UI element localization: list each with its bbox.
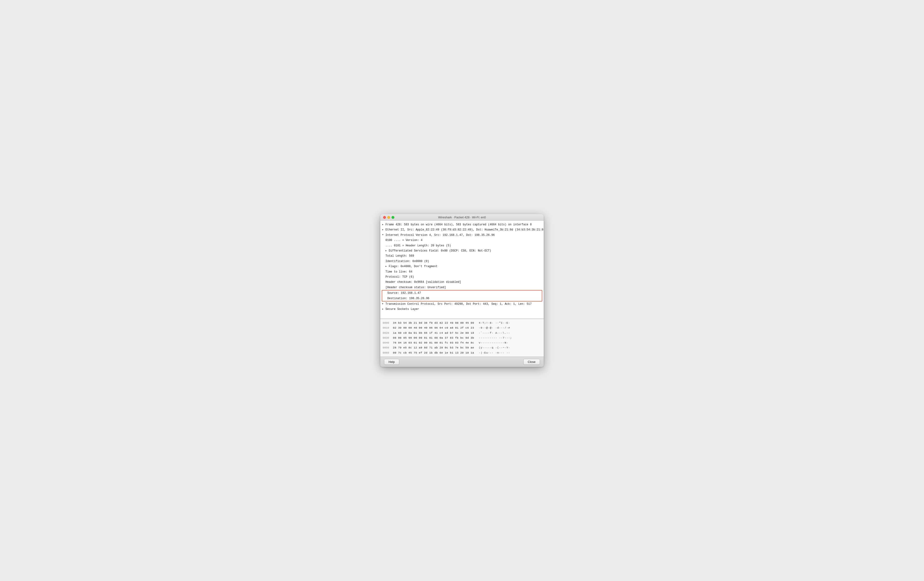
arrow-ssl: ▶ <box>382 308 386 311</box>
help-button[interactable]: Help <box>384 359 399 365</box>
hex-row-0000: 0000 34 b3 54 3b 21 8d 38 f9 d3 82 22 49… <box>383 320 541 325</box>
hex-ascii-0050: (y·····q ·(··~·Y· <box>479 345 510 350</box>
tree-text-ip-checksum: Header checksum: 0x9664 [validation disa… <box>386 280 461 284</box>
tree-text-ip-dst: Destination: 198.35.26.96 <box>387 297 429 300</box>
tree-row-ip-checksum-status[interactable]: [Header checksum status: Unverified] <box>380 285 544 290</box>
tree-text-tcp: Transmission Control Protocol, Src Port:… <box>386 302 532 306</box>
tree-text-frame: Frame 428: 583 bytes on wire (4664 bits)… <box>386 222 532 227</box>
hex-offset-0060: 0060 <box>383 350 391 355</box>
tree-text-ip-flags: Flags: 0x4000, Don't fragment <box>389 264 437 269</box>
hex-ascii-0040: v·············N· <box>479 340 508 345</box>
hex-row-0010: 0010 02 39 00 00 40 00 40 06 96 64 c0 a8… <box>383 325 541 330</box>
traffic-lights <box>383 216 394 219</box>
window-title: Wireshark · Packet 428 · Wi-Fi: en0 <box>438 215 486 219</box>
tree-row-ip[interactable]: ▼ Internet Protocol Version 4, Src: 192.… <box>380 233 544 238</box>
wireshark-window: Wireshark · Packet 428 · Wi-Fi: en0 ▶ Fr… <box>380 214 544 367</box>
tree-row-ip-dsfield[interactable]: ▶ Differentiated Services Field: 0x00 (D… <box>380 248 544 253</box>
hex-ascii-0010: ·9··@·@· ·d···/·# <box>479 325 510 330</box>
hex-bytes-0030: 08 08 85 99 00 00 01 01 08 0a 37 83 fb b… <box>393 335 474 340</box>
hex-row-0050: 0050 28 79 e5 8c 12 a9 8d 71 ab 28 0c b3… <box>383 345 541 350</box>
tree-text-ip-checksum-status: [Header checksum status: Unverified] <box>386 286 446 289</box>
footer-bar: Help Close <box>380 357 544 367</box>
hex-dump-panel[interactable]: 0000 34 b3 54 3b 21 8d 38 f9 d3 82 22 49… <box>380 319 544 357</box>
tree-row-ip-checksum[interactable]: Header checksum: 0x9664 [validation disa… <box>380 280 544 285</box>
hex-row-0030: 0030 08 08 85 99 00 00 01 01 08 0a 37 83… <box>383 335 541 340</box>
hex-row-0040: 0040 76 84 16 03 01 02 00 01 00 01 fc 03… <box>383 340 541 345</box>
hex-row-0020: 0020 1a 60 c0 8a 01 bb 66 1f 41 c4 ad b7… <box>383 330 541 335</box>
hex-offset-0010: 0010 <box>383 325 391 330</box>
hex-ascii-0030: ·········· ··7···; <box>479 335 512 340</box>
tree-row-ssl[interactable]: ▶ Secure Sockets Layer <box>380 306 544 312</box>
hex-bytes-0010: 02 39 00 00 40 00 40 06 96 64 c0 a8 01 2… <box>393 325 474 330</box>
hex-bytes-0040: 76 84 16 03 01 02 00 01 00 01 fc 03 03 f… <box>393 340 474 345</box>
tree-row-ip-dst[interactable]: Destination: 198.35.26.96 <box>382 296 542 301</box>
hex-ascii-0000: 4·T;!·8· ··"I··E· <box>479 320 510 325</box>
tree-text-ip-totallen: Total Length: 569 <box>386 254 414 258</box>
tree-row-tcp[interactable]: ▶ Transmission Control Protocol, Src Por… <box>380 301 544 306</box>
tree-row-ip-src[interactable]: Source: 192.168.1.47 <box>382 290 542 296</box>
arrow-tcp: ▶ <box>382 302 386 306</box>
tree-row-ip-proto[interactable]: Protocol: TCP (6) <box>380 275 544 280</box>
hex-row-0060: 0060 00 7c cb 45 75 ef 2d 1b db 6e 1e b1… <box>383 350 541 355</box>
hex-offset-0030: 0030 <box>383 335 391 340</box>
hex-bytes-0050: 28 79 e5 8c 12 a9 8d 71 ab 28 0c b3 7e b… <box>393 345 474 350</box>
hex-bytes-0000: 34 b3 54 3b 21 8d 38 f9 d3 82 22 49 08 0… <box>393 320 474 325</box>
close-button[interactable]: Close <box>523 359 540 365</box>
tree-row-ip-version[interactable]: 0100 .... = Version: 4 <box>380 238 544 243</box>
maximize-window-button[interactable] <box>391 216 394 219</box>
tree-row-ip-ttl[interactable]: Time to live: 64 <box>380 269 544 275</box>
tree-text-ip-dsfield: Differentiated Services Field: 0x00 (DSC… <box>389 248 491 253</box>
tree-row-ip-id[interactable]: Identification: 0x0000 (0) <box>380 259 544 264</box>
tree-text-ip-src: Source: 192.168.1.47 <box>387 291 421 295</box>
highlight-src-dst-box: Source: 192.168.1.47 Destination: 198.35… <box>382 290 542 301</box>
arrow-ethernet: ▶ <box>382 228 386 232</box>
tree-text-ip-id: Identification: 0x0000 (0) <box>386 260 429 263</box>
close-window-button[interactable] <box>383 216 386 219</box>
hex-bytes-0060: 00 7c cb 45 75 ef 2d 1b db 6e 1e b1 13 2… <box>393 350 474 355</box>
hex-offset-0040: 0040 <box>383 340 391 345</box>
minimize-window-button[interactable] <box>387 216 390 219</box>
tree-text-ethernet: Ethernet II, Src: Apple_82:22:49 (38:f9:… <box>386 227 544 232</box>
tree-row-ip-hlen[interactable]: .... 0101 = Header Length: 20 bytes (5) <box>380 243 544 248</box>
arrow-ip: ▼ <box>382 233 386 237</box>
tree-row-ethernet[interactable]: ▶ Ethernet II, Src: Apple_82:22:49 (38:f… <box>380 227 544 232</box>
hex-offset-0000: 0000 <box>383 320 391 325</box>
hex-offset-0020: 0020 <box>383 330 391 335</box>
tree-text-ip: Internet Protocol Version 4, Src: 192.16… <box>386 233 495 237</box>
hex-offset-0050: 0050 <box>383 345 391 350</box>
packet-tree-panel[interactable]: ▶ Frame 428: 583 bytes on wire (4664 bit… <box>380 221 544 319</box>
arrow-ip-dsfield: ▶ <box>386 249 389 253</box>
tree-row-ip-totallen[interactable]: Total Length: 569 <box>380 253 544 258</box>
hex-ascii-0060: ·|·Eu·-· ·n··· ·· <box>479 350 510 355</box>
tree-text-ip-proto: Protocol: TCP (6) <box>386 275 414 278</box>
tree-row-frame[interactable]: ▶ Frame 428: 583 bytes on wire (4664 bit… <box>380 222 544 227</box>
hex-bytes-0020: 1a 60 c0 8a 01 bb 66 1f 41 c4 ad b7 5c 2… <box>393 330 474 335</box>
tree-text-ssl: Secure Sockets Layer <box>386 307 419 311</box>
arrow-ip-flags: ▶ <box>386 265 389 268</box>
titlebar: Wireshark · Packet 428 · Wi-Fi: en0 <box>380 214 544 221</box>
tree-row-ip-flags[interactable]: ▶ Flags: 0x4000, Don't fragment <box>380 264 544 269</box>
tree-text-ip-version: 0100 .... = Version: 4 <box>386 238 422 242</box>
tree-text-ip-ttl: Time to live: 64 <box>386 270 412 273</box>
main-content: ▶ Frame 428: 583 bytes on wire (4664 bit… <box>380 221 544 357</box>
tree-text-ip-hlen: .... 0101 = Header Length: 20 bytes (5) <box>386 244 451 247</box>
hex-ascii-0020: ·`····f· A···\.·· <box>479 330 510 335</box>
arrow-frame: ▶ <box>382 223 386 227</box>
